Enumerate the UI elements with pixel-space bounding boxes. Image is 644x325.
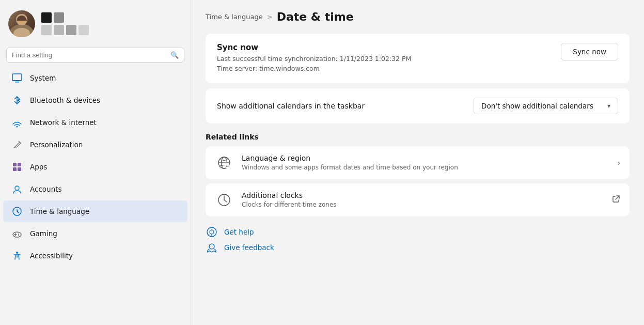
sync-title: Sync now (217, 43, 411, 52)
sidebar-item-label-accounts: Accounts (30, 185, 62, 193)
svg-point-19 (16, 252, 18, 254)
link-card-left: ↔ Language & region Windows and some app… (215, 153, 458, 172)
breadcrumb-parent[interactable]: Time & language (206, 13, 263, 21)
sidebar-item-gaming[interactable]: Gaming (3, 223, 187, 244)
sidebar-item-label-accessibility: Accessibility (30, 252, 73, 260)
chevron-down-icon: ▾ (607, 102, 610, 110)
language-region-icon: ↔ (215, 153, 233, 172)
svg-rect-8 (13, 163, 17, 166)
related-links-title: Related links (206, 133, 630, 141)
swatch-gray1[interactable] (54, 12, 64, 23)
search-input[interactable] (12, 51, 166, 59)
svg-rect-4 (12, 74, 22, 81)
sync-server: Time server: time.windows.com (217, 64, 411, 74)
personalization-icon (11, 139, 23, 150)
network-icon (11, 117, 23, 128)
sidebar-item-apps[interactable]: Apps (3, 156, 187, 178)
link-title-clocks: Additional clocks (242, 191, 337, 199)
swatch-gray2[interactable] (41, 25, 52, 35)
get-help-icon (206, 226, 218, 238)
svg-point-31 (210, 230, 214, 234)
sidebar-item-label-gaming: Gaming (30, 229, 57, 238)
sidebar-item-label-network: Network & internet (30, 118, 97, 127)
footer-links: Get help Give feedback (206, 226, 630, 254)
calendar-label: Show additional calendars in the taskbar (217, 102, 365, 110)
color-swatches (41, 12, 89, 35)
chevron-right-icon: › (617, 159, 620, 167)
swatch-gray3[interactable] (54, 25, 64, 35)
breadcrumb-separator: > (267, 13, 273, 21)
svg-point-7 (17, 126, 18, 128)
sync-info: Sync now Last successful time synchroniz… (217, 43, 411, 74)
bluetooth-icon (11, 95, 23, 106)
swatch-gray4[interactable] (66, 25, 76, 35)
sync-now-button[interactable]: Sync now (561, 43, 618, 60)
sidebar-item-accounts[interactable]: Accounts (3, 178, 187, 200)
link-desc-language: Windows and some apps format dates and t… (242, 164, 458, 171)
search-icon: 🔍 (170, 51, 179, 59)
sidebar-item-label-apps: Apps (30, 163, 47, 171)
svg-rect-5 (15, 82, 19, 83)
accessibility-icon (11, 250, 23, 261)
svg-text:↔: ↔ (226, 164, 229, 168)
main-content: Time & language > Date & time Sync now L… (191, 0, 644, 325)
clocks-icon (215, 191, 233, 209)
sidebar-item-label-personalization: Personalization (30, 141, 83, 149)
swatch-black[interactable] (41, 12, 52, 23)
additional-clocks-link[interactable]: Additional clocks Clocks for different t… (206, 183, 630, 216)
svg-rect-9 (18, 163, 21, 166)
sidebar-item-system[interactable]: System (3, 67, 187, 89)
svg-point-17 (18, 234, 19, 235)
link-card-left-clocks: Additional clocks Clocks for different t… (215, 191, 337, 209)
link-desc-clocks: Clocks for different time zones (242, 201, 337, 208)
sidebar-item-label-time: Time & language (30, 207, 89, 215)
system-icon (11, 72, 23, 84)
sidebar-top (0, 6, 191, 45)
svg-rect-11 (18, 167, 21, 171)
search-box[interactable]: 🔍 (6, 48, 184, 63)
gaming-icon (11, 228, 23, 239)
calendar-select-value: Don't show additional calendars (481, 102, 593, 110)
link-info-clocks: Additional clocks Clocks for different t… (242, 191, 337, 208)
sidebar-item-label-system: System (30, 74, 56, 82)
apps-icon (11, 161, 23, 173)
link-info-language: Language & region Windows and some apps … (242, 154, 458, 171)
svg-line-28 (224, 200, 227, 202)
swatch-gray5[interactable] (78, 25, 89, 35)
svg-point-33 (209, 244, 214, 249)
accounts-icon (11, 183, 23, 195)
sync-last: Last successful time synchronization: 1/… (217, 54, 411, 64)
sidebar-item-bluetooth[interactable]: Bluetooth & devices (3, 89, 187, 111)
sidebar-item-label-bluetooth: Bluetooth & devices (30, 96, 100, 104)
svg-rect-10 (13, 167, 17, 171)
calendar-card: Show additional calendars in the taskbar… (206, 88, 630, 123)
svg-point-12 (15, 186, 19, 190)
breadcrumb: Time & language > Date & time (206, 10, 630, 23)
external-link-icon (612, 195, 620, 205)
give-feedback-link[interactable]: Give feedback (206, 241, 630, 254)
sidebar-nav: System Bluetooth & devices Network & int… (0, 67, 191, 267)
sidebar: 🔍 System Bluetooth & devices (0, 0, 191, 325)
calendar-select-dropdown[interactable]: Don't show additional calendars ▾ (474, 98, 618, 114)
get-help-label: Get help (224, 228, 254, 236)
get-help-link[interactable]: Get help (206, 226, 630, 238)
avatar[interactable] (8, 10, 35, 37)
give-feedback-icon (206, 241, 218, 254)
page-title: Date & time (277, 10, 354, 23)
sidebar-item-accessibility[interactable]: Accessibility (3, 245, 187, 267)
svg-point-18 (18, 235, 19, 236)
sync-card: Sync now Last successful time synchroniz… (206, 34, 630, 83)
link-title-language: Language & region (242, 154, 458, 162)
sidebar-item-personalization[interactable]: Personalization (3, 134, 187, 156)
give-feedback-label: Give feedback (224, 243, 274, 252)
sidebar-item-time[interactable]: Time & language (3, 200, 187, 222)
time-icon (11, 206, 23, 217)
language-region-link[interactable]: ↔ Language & region Windows and some app… (206, 146, 630, 179)
sidebar-item-network[interactable]: Network & internet (3, 112, 187, 133)
